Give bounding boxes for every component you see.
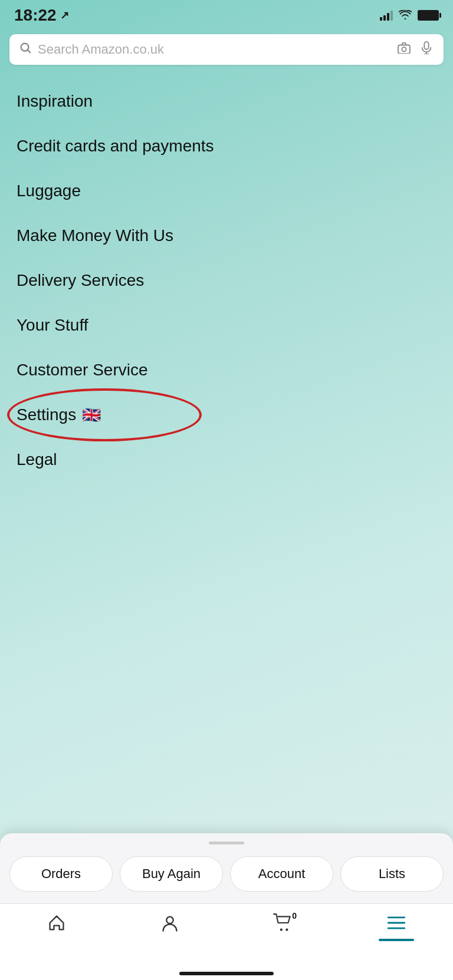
bottom-nav: 0 bbox=[0, 903, 453, 980]
cart-icon: 0 bbox=[273, 913, 293, 937]
menu-item-luggage[interactable]: Luggage bbox=[0, 169, 453, 213]
status-time: 18:22 ↗ bbox=[14, 6, 69, 25]
lists-button[interactable]: Lists bbox=[340, 856, 444, 892]
search-icon bbox=[19, 41, 32, 58]
menu-item-customer-service[interactable]: Customer Service bbox=[0, 348, 453, 392]
svg-rect-1 bbox=[398, 45, 410, 54]
nav-account[interactable] bbox=[113, 913, 226, 937]
svg-rect-3 bbox=[424, 42, 428, 50]
search-placeholder: Search Amazon.co.uk bbox=[38, 42, 389, 57]
menu-list: Inspiration Credit cards and payments Lu… bbox=[0, 74, 453, 487]
sheet-handle bbox=[209, 842, 244, 844]
status-bar: 18:22 ↗ bbox=[0, 0, 453, 28]
bottom-sheet: Orders Buy Again Account Lists bbox=[0, 833, 453, 903]
camera-icon[interactable] bbox=[395, 42, 413, 57]
svg-point-2 bbox=[402, 47, 406, 51]
nav-menu[interactable] bbox=[340, 913, 453, 941]
settings-item-wrapper: Settings 🇬🇧 bbox=[0, 392, 453, 437]
menu-item-settings[interactable]: Settings 🇬🇧 bbox=[0, 392, 453, 437]
signal-icon bbox=[380, 10, 393, 21]
menu-item-your-stuff[interactable]: Your Stuff bbox=[0, 303, 453, 348]
menu-item-delivery-services[interactable]: Delivery Services bbox=[0, 258, 453, 303]
menu-item-credit-cards[interactable]: Credit cards and payments bbox=[0, 124, 453, 169]
svg-point-7 bbox=[280, 929, 283, 931]
battery-icon bbox=[418, 10, 439, 21]
quick-actions: Orders Buy Again Account Lists bbox=[9, 856, 444, 892]
buy-again-button[interactable]: Buy Again bbox=[120, 856, 223, 892]
nav-home[interactable] bbox=[0, 913, 113, 937]
location-arrow-icon: ↗ bbox=[60, 9, 69, 22]
menu-item-make-money[interactable]: Make Money With Us bbox=[0, 213, 453, 258]
nav-cart[interactable]: 0 bbox=[226, 913, 340, 937]
menu-item-legal[interactable]: Legal bbox=[0, 437, 453, 482]
menu-icon bbox=[387, 913, 406, 935]
wifi-icon bbox=[399, 9, 412, 22]
search-bar[interactable]: Search Amazon.co.uk bbox=[9, 34, 444, 65]
menu-item-inspiration[interactable]: Inspiration bbox=[0, 79, 453, 124]
home-indicator bbox=[179, 972, 274, 975]
nav-active-indicator bbox=[379, 939, 414, 941]
time-display: 18:22 bbox=[14, 6, 57, 25]
svg-point-6 bbox=[166, 917, 173, 923]
orders-button[interactable]: Orders bbox=[9, 856, 113, 892]
status-icons bbox=[380, 9, 439, 22]
svg-point-8 bbox=[285, 929, 288, 931]
account-button[interactable]: Account bbox=[230, 856, 333, 892]
person-icon bbox=[160, 913, 179, 937]
home-icon bbox=[47, 913, 66, 937]
uk-flag-icon: 🇬🇧 bbox=[82, 406, 101, 424]
cart-badge: 0 bbox=[292, 911, 297, 920]
search-bar-container: Search Amazon.co.uk bbox=[0, 28, 453, 74]
mic-icon[interactable] bbox=[419, 41, 434, 58]
